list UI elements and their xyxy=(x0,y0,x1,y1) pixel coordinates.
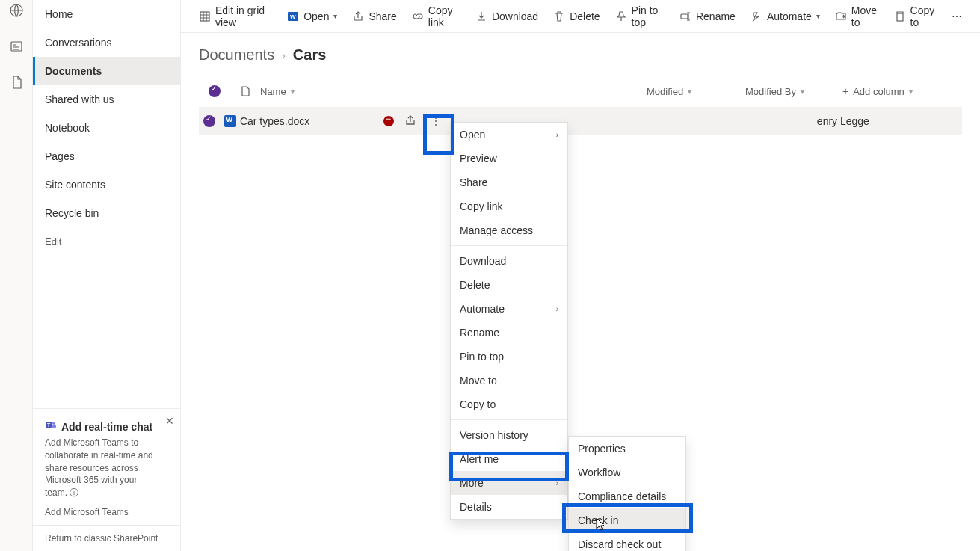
nav-shared[interactable]: Shared with us xyxy=(33,85,180,114)
command-bar: Edit in grid view WOpen▾ Share Copy link… xyxy=(181,0,980,33)
cmd-automate[interactable]: Automate▾ xyxy=(751,10,820,22)
breadcrumb-parent[interactable]: Documents xyxy=(199,46,274,64)
nav-conversations[interactable]: Conversations xyxy=(33,28,180,57)
ctx-pin[interactable]: Pin to top xyxy=(451,345,567,369)
svg-rect-10 xyxy=(897,13,903,21)
pin-icon xyxy=(615,10,627,22)
page-icon[interactable] xyxy=(9,75,24,90)
cmd-delete[interactable]: Delete xyxy=(553,10,600,22)
ctx-copy-to[interactable]: Copy to xyxy=(451,393,567,416)
teams-icon: T xyxy=(45,419,57,434)
file-type-icon xyxy=(239,85,251,97)
nav-label: Conversations xyxy=(45,37,112,49)
teams-promo: ✕ T Add real-time chat Add Microsoft Tea… xyxy=(33,408,180,525)
sub-check-in[interactable]: Check in xyxy=(569,508,685,532)
chevron-down-icon: ▾ xyxy=(909,87,913,96)
svg-text:W: W xyxy=(290,13,296,20)
svg-text:T: T xyxy=(47,422,51,428)
share-row-icon[interactable] xyxy=(404,114,416,129)
ctx-preview[interactable]: Preview xyxy=(451,147,567,170)
flow-icon xyxy=(751,10,762,22)
chevron-down-icon: ▾ xyxy=(291,87,295,96)
trash-icon xyxy=(553,10,565,22)
chevron-down-icon: ▾ xyxy=(801,87,804,96)
cmd-share[interactable]: Share xyxy=(352,10,396,22)
file-row[interactable]: Car types.docx enry Legge ⋮ xyxy=(199,107,962,135)
cmd-open[interactable]: WOpen▾ xyxy=(287,10,337,22)
ctx-more[interactable]: More› xyxy=(451,471,567,495)
nav-label: Notebook xyxy=(45,122,90,134)
ctx-open[interactable]: Open› xyxy=(451,123,567,147)
modified-by-value: enry Legge xyxy=(817,115,869,127)
nav-pages[interactable]: Pages xyxy=(33,142,180,170)
cmd-pin[interactable]: Pin to top xyxy=(615,4,665,28)
word-file-icon xyxy=(224,115,236,127)
cmd-overflow[interactable]: ⋯ xyxy=(952,10,962,22)
file-name[interactable]: Car types.docx xyxy=(240,115,309,127)
nav-edit[interactable]: Edit xyxy=(33,227,180,256)
col-modified[interactable]: Modified▾ xyxy=(647,86,745,97)
col-name[interactable]: Name▾ xyxy=(260,86,469,97)
add-teams-link[interactable]: Add Microsoft Teams xyxy=(45,507,129,517)
ctx-automate[interactable]: Automate› xyxy=(451,297,567,321)
share-icon xyxy=(352,10,364,22)
context-menu: Open› Preview Share Copy link Manage acc… xyxy=(450,122,568,520)
nav-recycle[interactable]: Recycle bin xyxy=(33,199,180,227)
ctx-copy-link[interactable]: Copy link xyxy=(451,194,567,218)
nav-label: Recycle bin xyxy=(45,207,99,219)
grid-icon xyxy=(199,10,211,22)
sub-properties[interactable]: Properties xyxy=(569,437,685,461)
info-icon[interactable]: ⓘ xyxy=(70,487,78,498)
news-icon[interactable] xyxy=(9,39,24,54)
chevron-down-icon: ▾ xyxy=(333,12,337,20)
breadcrumb-current: Cars xyxy=(293,46,326,64)
globe-icon[interactable] xyxy=(9,3,24,18)
close-icon[interactable]: ✕ xyxy=(165,415,174,427)
col-add[interactable]: +Add column▾ xyxy=(842,85,962,97)
cmd-move[interactable]: Move to xyxy=(835,4,879,28)
cmd-download[interactable]: Download xyxy=(475,10,538,22)
ctx-rename[interactable]: Rename xyxy=(451,321,567,345)
cmd-rename[interactable]: Rename xyxy=(679,10,736,22)
cmd-edit-grid[interactable]: Edit in grid view xyxy=(199,4,272,28)
nav-label: Pages xyxy=(45,150,75,162)
ctx-share[interactable]: Share xyxy=(451,170,567,194)
nav-label: Shared with us xyxy=(45,93,114,105)
nav-site-contents[interactable]: Site contents xyxy=(33,170,180,199)
nav-notebook[interactable]: Notebook xyxy=(33,114,180,142)
ctx-alert-me[interactable]: Alert me xyxy=(451,447,567,471)
nav-label: Edit xyxy=(45,236,61,247)
ctx-details[interactable]: Details xyxy=(451,495,567,519)
menu-separator xyxy=(451,245,567,246)
sub-compliance[interactable]: Compliance details xyxy=(569,484,685,508)
chevron-right-icon: › xyxy=(556,305,558,313)
promo-title: T Add real-time chat xyxy=(45,419,168,434)
cmd-copy-to[interactable]: Copy to xyxy=(894,4,937,28)
svg-rect-5 xyxy=(52,425,56,428)
nav-label: Documents xyxy=(45,65,102,77)
ctx-download[interactable]: Download xyxy=(451,249,567,273)
nav-documents[interactable]: Documents xyxy=(33,57,180,85)
side-nav: Home Conversations Documents Shared with… xyxy=(33,0,181,551)
sub-workflow[interactable]: Workflow xyxy=(569,461,685,484)
ctx-delete[interactable]: Delete xyxy=(451,273,567,297)
nav-label: Site contents xyxy=(45,179,105,191)
ctx-move[interactable]: Move to xyxy=(451,369,567,393)
word-icon: W xyxy=(287,10,299,22)
row-select-toggle[interactable] xyxy=(203,115,215,127)
ctx-manage-access[interactable]: Manage access xyxy=(451,218,567,242)
app-rail xyxy=(0,0,33,551)
svg-point-4 xyxy=(52,422,55,425)
select-all-toggle[interactable] xyxy=(209,85,221,97)
context-submenu: Properties Workflow Compliance details C… xyxy=(568,436,686,551)
col-modified-by[interactable]: Modified By▾ xyxy=(745,86,842,97)
classic-link[interactable]: Return to classic SharePoint xyxy=(33,525,180,551)
row-more-button[interactable]: ⋮ xyxy=(427,112,445,130)
cmd-copy-link[interactable]: Copy link xyxy=(412,4,460,28)
download-icon xyxy=(475,10,487,22)
ctx-version-history[interactable]: Version history xyxy=(451,423,567,447)
breadcrumb: Documents › Cars xyxy=(181,33,980,76)
chevron-down-icon: ▾ xyxy=(816,12,820,20)
sub-discard[interactable]: Discard check out xyxy=(569,532,685,551)
nav-home[interactable]: Home xyxy=(33,0,180,28)
